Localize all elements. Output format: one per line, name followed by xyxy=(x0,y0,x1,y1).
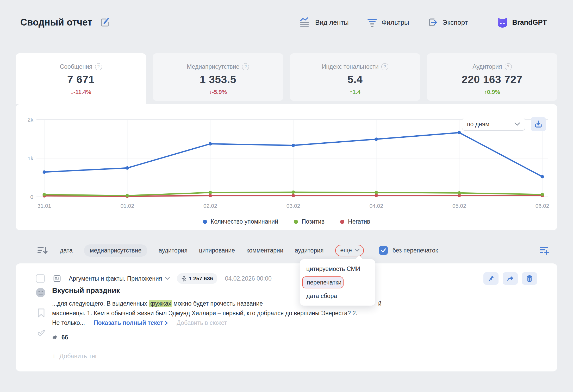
metric-card-audience[interactable]: Аудитория? 220 163 727 ↑0.9% xyxy=(427,53,557,101)
processed-check-icon[interactable] xyxy=(37,329,46,337)
share-button[interactable] xyxy=(503,272,518,285)
help-icon[interactable]: ? xyxy=(242,63,249,70)
export-button[interactable]: Экспорт xyxy=(427,17,468,28)
card-label: Сообщения xyxy=(60,63,92,70)
card-label: Индекс тональности xyxy=(322,63,379,70)
reposts-value: 66 xyxy=(61,334,68,341)
filters-label: Фильтры xyxy=(382,18,409,27)
share-icon xyxy=(506,275,514,282)
legend-dot xyxy=(340,220,344,224)
card-delta: ↓-11.4% xyxy=(16,89,146,96)
card-value: 5.4 xyxy=(290,73,420,86)
edit-icon xyxy=(99,17,110,28)
chevron-down-icon xyxy=(354,249,360,252)
legend-item-mentions[interactable]: Количество упоминаний xyxy=(203,218,278,225)
sort-option-media-presence-selected[interactable]: медиаприсутствие xyxy=(84,244,147,257)
reach-icon xyxy=(181,275,186,282)
article-body: Вкусный праздник ...для следующего. В вы… xyxy=(52,286,534,360)
svg-text:06.02: 06.02 xyxy=(535,203,549,209)
filter-icon xyxy=(367,17,377,28)
sort-option-date[interactable]: дата xyxy=(60,247,73,254)
card-value: 7 671 xyxy=(16,73,146,86)
tonality-mood-icon[interactable] xyxy=(35,287,46,298)
bookmark-icon[interactable] xyxy=(37,308,45,318)
no-reprints-checkbox[interactable] xyxy=(379,246,388,255)
no-reprints-toggle[interactable]: без перепечаток xyxy=(379,246,438,255)
download-icon xyxy=(534,120,542,128)
svg-text:1k: 1k xyxy=(28,155,34,161)
svg-text:05.02: 05.02 xyxy=(452,203,466,209)
card-value: 220 163 727 xyxy=(427,73,557,86)
delete-button[interactable] xyxy=(522,272,537,285)
chart-legend: Количество упоминаний Позитив Негатив xyxy=(16,218,557,225)
pin-icon xyxy=(487,275,495,282)
legend-item-positive[interactable]: Позитив xyxy=(294,218,325,225)
chart-panel: 31.0101.0202.0203.0204.0205.0206.0201k2k… xyxy=(16,104,557,230)
add-feed-icon[interactable] xyxy=(539,246,550,255)
reach-value: 1 257 636 xyxy=(189,275,213,282)
megaphone-icon xyxy=(52,335,58,340)
add-to-story-link[interactable]: Добавить в сюжет xyxy=(177,319,227,326)
header-actions: Вид ленты Фильтры xyxy=(300,16,547,28)
svg-text:02.02: 02.02 xyxy=(203,203,217,209)
legend-dot xyxy=(294,220,298,224)
feed-view-button[interactable]: Вид ленты xyxy=(300,17,349,28)
download-button[interactable] xyxy=(531,117,546,131)
select-article-checkbox[interactable] xyxy=(36,274,45,283)
svg-text:0: 0 xyxy=(30,194,33,200)
menu-item-collection-date[interactable]: дата сбора xyxy=(300,289,375,303)
help-icon[interactable]: ? xyxy=(95,63,102,70)
svg-text:31.01: 31.01 xyxy=(38,203,51,209)
metric-card-tonality-index[interactable]: Индекс тональности? 5.4 ↑1.4 xyxy=(290,53,420,101)
article-title[interactable]: Вкусный праздник xyxy=(52,286,534,295)
reposts-count[interactable]: 66 xyxy=(52,334,534,341)
sort-option-comments[interactable]: комментарии xyxy=(246,247,283,254)
legend-item-negative[interactable]: Негатив xyxy=(340,218,370,225)
article-card: Аргументы и факты. Приложения 1 257 636 … xyxy=(16,263,557,371)
metric-card-messages[interactable]: Сообщения? 7 671 ↓-11.4% xyxy=(16,53,146,104)
filters-button[interactable]: Фильтры xyxy=(367,17,409,28)
add-tag-button[interactable]: + Добавить тег xyxy=(52,352,97,360)
filter-bar: дата медиаприсутствие аудитория цитирова… xyxy=(36,244,550,257)
highlighted-keyword: кружках xyxy=(149,300,172,307)
check-icon xyxy=(381,248,386,252)
source-name-label: Аргументы и факты. Приложения xyxy=(69,275,162,282)
sort-option-audience[interactable]: аудитория xyxy=(159,247,188,254)
newspaper-icon xyxy=(53,275,61,282)
metric-card-media-presence[interactable]: Медиаприсутствие? 1 353.5 ↓-5.9% xyxy=(153,53,283,101)
card-delta: ↓-5.9% xyxy=(153,89,283,96)
source-name[interactable]: Аргументы и факты. Приложения xyxy=(69,275,170,282)
card-label: Аудитория xyxy=(472,63,502,70)
help-icon[interactable]: ? xyxy=(505,63,512,70)
sort-option-audience-2[interactable]: аудитория xyxy=(295,247,324,254)
more-label: еще xyxy=(340,247,352,254)
trash-icon xyxy=(526,275,533,282)
card-label: Медиаприсутствие xyxy=(187,63,239,70)
sort-option-citation[interactable]: цитирование xyxy=(199,247,235,254)
add-tag-label: Добавить тег xyxy=(59,352,97,360)
no-reprints-label[interactable]: без перепечаток xyxy=(393,247,438,254)
article-line-3: Не только... Показать полный текст Добав… xyxy=(52,318,534,328)
menu-item-media-citation[interactable]: цитируемость СМИ xyxy=(300,262,375,276)
menu-item-reprints-highlighted[interactable]: перепечатки xyxy=(302,276,344,288)
article-actions xyxy=(483,272,537,285)
article-line-2: масленицы. 1. Кем в обычной жизни был Эд… xyxy=(52,308,534,318)
legend-label: Количество упоминаний xyxy=(211,218,278,225)
metric-cards: Сообщения? 7 671 ↓-11.4% Медиаприсутстви… xyxy=(16,53,557,104)
interval-select[interactable]: по дням xyxy=(462,118,525,131)
text-fragment-tail: й xyxy=(378,299,382,308)
card-delta: ↑0.9% xyxy=(427,89,557,96)
show-full-text-link[interactable]: Показать полный текст xyxy=(94,319,168,326)
help-icon[interactable]: ? xyxy=(381,63,388,70)
feed-view-label: Вид ленты xyxy=(315,18,349,27)
article-text: ...для следующего. В выделенных кружках … xyxy=(52,299,534,328)
page: Сводный отчет xyxy=(0,0,573,392)
edit-report-button[interactable] xyxy=(99,17,110,28)
pin-button[interactable] xyxy=(483,272,499,285)
svg-text:01.02: 01.02 xyxy=(120,203,134,209)
sort-icon[interactable] xyxy=(36,246,48,255)
reach-badge: 1 257 636 xyxy=(177,273,217,284)
plus-icon: + xyxy=(52,352,56,360)
card-value: 1 353.5 xyxy=(153,73,283,86)
more-options-button[interactable]: еще xyxy=(335,245,364,256)
